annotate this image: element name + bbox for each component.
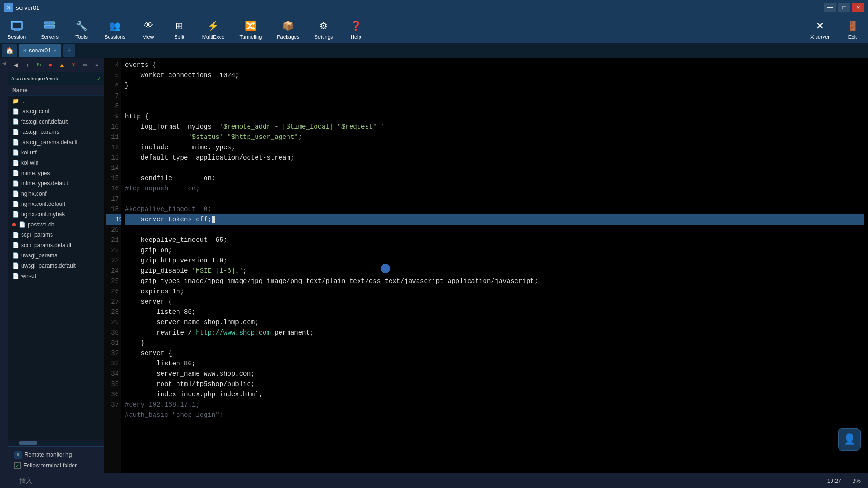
dot-indicator [12, 223, 16, 226]
sidebar-btn-1[interactable]: ◀ [10, 60, 21, 70]
sessions-label: Sessions [104, 34, 125, 40]
menu-xserver[interactable]: ✕ X server [807, 16, 833, 42]
sidebar-btn-4[interactable]: ✏ [80, 60, 91, 70]
tab-close-icon[interactable]: × [54, 48, 57, 53]
tools-icon: 🔧 [74, 18, 89, 33]
sidebar: ◀ ↑ ↻ ■ ▲ ✕ ✏ ≡ ✓ Name 📁 .. 📄 fastcg [8, 58, 104, 473]
list-item[interactable]: 📄 fastcgi.conf [8, 106, 104, 117]
multiexec-icon: ⚡ [206, 18, 221, 33]
main-content: ◀ ◀ ↑ ↻ ■ ▲ ✕ ✏ ≡ ✓ Name 📁 .. [0, 58, 868, 473]
list-item[interactable]: 📄 scgi_params [8, 230, 104, 240]
list-item[interactable]: 📄 nginx.conf.default [8, 199, 104, 209]
menu-split[interactable]: ⊞ Split [168, 16, 191, 42]
avatar-badge[interactable]: 👤 [838, 428, 861, 451]
list-item[interactable]: 📄 koi-utf [8, 147, 104, 158]
list-item[interactable]: 📄 scgi_params.default [8, 240, 104, 250]
path-bar: ✓ [8, 72, 104, 85]
tunneling-icon: 🔀 [243, 18, 258, 33]
file-name: koi-utf [21, 149, 37, 156]
menu-tools[interactable]: 🔧 Tools [70, 16, 93, 42]
sidebar-btn-delete[interactable]: ✕ [68, 60, 79, 70]
sidebar-btn-5[interactable]: ≡ [91, 60, 102, 70]
remote-monitoring[interactable]: 🖥 Remote monitoring [12, 450, 100, 460]
file-name: nginx.conf [21, 190, 47, 197]
file-icon: 📄 [12, 252, 19, 259]
file-icon: 📄 [12, 108, 19, 115]
file-name: fastcgi.conf [21, 108, 50, 115]
packages-icon: 📦 [280, 18, 295, 33]
help-label: Help [351, 34, 361, 40]
servers-icon [42, 18, 57, 33]
tab-home[interactable]: 🏠 [2, 44, 17, 57]
list-item[interactable]: 📄 win-utf [8, 271, 104, 281]
list-item[interactable]: 📁 .. [8, 96, 104, 106]
h-scrollbar[interactable] [8, 440, 104, 446]
follow-folder-label: Follow terminal folder [23, 462, 77, 469]
list-item[interactable]: 📄 nginx.conf [8, 189, 104, 199]
menu-servers[interactable]: Servers [37, 16, 62, 42]
menu-sessions[interactable]: 👥 Sessions [101, 16, 129, 42]
list-item[interactable]: 📄 fastcgi.conf.default [8, 117, 104, 127]
menu-tunneling[interactable]: 🔀 Tunneling [235, 16, 265, 42]
tab-server01[interactable]: 3 server01 × [19, 44, 61, 57]
tab-number: 3 [23, 48, 26, 53]
app-icon: S [4, 3, 13, 12]
file-name: fastcgi_params.default [21, 139, 78, 146]
sidebar-btn-stop[interactable]: ■ [45, 60, 56, 70]
servers-label: Servers [41, 34, 59, 40]
file-icon: 📄 [12, 139, 19, 146]
follow-folder-checkbox[interactable]: ✓ [14, 462, 21, 469]
list-item[interactable]: 📄 koi-win [8, 158, 104, 168]
file-name: .. [21, 98, 24, 104]
sidebar-btn-up[interactable]: ↑ [22, 60, 33, 70]
menu-help[interactable]: ❓ Help [344, 16, 368, 42]
list-item[interactable]: 📄 mime.types [8, 168, 104, 178]
tab-add-button[interactable]: + [63, 44, 75, 57]
close-button[interactable]: × [852, 3, 864, 12]
scroll-track [9, 441, 103, 445]
menu-exit[interactable]: 🚪 Exit [841, 16, 864, 42]
list-item[interactable]: 📄 fastcgi_params [8, 127, 104, 137]
minimize-button[interactable]: — [824, 3, 836, 12]
maximize-button[interactable]: □ [838, 3, 850, 12]
svg-rect-2 [15, 29, 19, 30]
session-label: Session [7, 34, 26, 40]
file-name: fastcgi_params [21, 129, 59, 135]
svg-point-6 [53, 22, 54, 23]
menu-settings[interactable]: ⚙ Settings [311, 16, 337, 42]
scroll-thumb[interactable] [19, 441, 37, 445]
status-right: 19,27 3% [827, 478, 861, 484]
panel-arrow-up[interactable]: ◀ [2, 60, 6, 67]
file-name: mime.types [21, 170, 50, 176]
settings-icon: ⚙ [316, 18, 331, 33]
svg-point-7 [53, 26, 54, 27]
list-item[interactable]: 📄 uwsgi_params [8, 250, 104, 261]
settings-label: Settings [315, 34, 333, 40]
scroll-percent: 3% [853, 478, 861, 484]
line-numbers: 4 5 6 7 8 9 10 11 12 13 14 15 16 17 18 1… [104, 58, 121, 473]
window-controls: — □ × [824, 3, 864, 12]
code-display[interactable]: events { worker_connections 1024; } http… [121, 58, 868, 473]
file-icon: 📄 [12, 201, 19, 207]
editor-area[interactable]: 4 5 6 7 8 9 10 11 12 13 14 15 16 17 18 1… [104, 58, 868, 473]
file-icon: 📄 [12, 190, 19, 197]
list-item[interactable]: 📄 mime.types.default [8, 178, 104, 189]
menu-multiexec[interactable]: ⚡ MultiExec [199, 16, 228, 42]
session-icon [9, 18, 24, 33]
list-item[interactable]: 📄 nginx.conf.mybak [8, 209, 104, 219]
list-item[interactable]: 📄 passwd.db [8, 219, 104, 230]
menu-packages[interactable]: 📦 Packages [273, 16, 303, 42]
menu-view[interactable]: 👁 View [137, 16, 160, 42]
list-item[interactable]: 📄 fastcgi_params.default [8, 137, 104, 147]
path-input[interactable] [11, 76, 96, 81]
file-list[interactable]: 📁 .. 📄 fastcgi.conf 📄 fastcgi.conf.defau… [8, 96, 104, 440]
list-item[interactable]: 📄 uwsgi_params.default [8, 261, 104, 271]
file-name: win-utf [21, 273, 37, 279]
menu-bar: Session Servers 🔧 Tools 👥 Sessions 👁 Vie… [0, 15, 868, 43]
sidebar-btn-3[interactable]: ▲ [57, 60, 67, 70]
follow-folder[interactable]: ✓ Follow terminal folder [12, 461, 100, 470]
file-name: scgi_params.default [21, 242, 71, 248]
menu-session[interactable]: Session [4, 16, 29, 42]
tab-label: server01 [29, 47, 51, 54]
sidebar-btn-refresh[interactable]: ↻ [34, 60, 44, 70]
